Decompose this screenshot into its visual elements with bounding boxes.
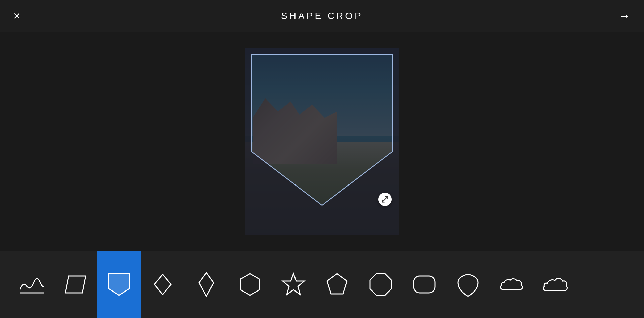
- shape-wave[interactable]: [10, 251, 54, 318]
- svg-line-5: [382, 196, 388, 202]
- svg-rect-3: [245, 48, 399, 235]
- shape-diamond-tall[interactable]: [184, 251, 228, 318]
- shape-hexagon[interactable]: [228, 251, 272, 318]
- svg-marker-14: [370, 274, 391, 295]
- shape-pentagon[interactable]: [315, 251, 359, 318]
- shape-parallelogram[interactable]: [54, 251, 97, 318]
- svg-marker-12: [283, 274, 304, 295]
- shape-toolbar: [0, 251, 644, 318]
- svg-rect-15: [414, 276, 435, 293]
- page-title: SHAPE CROP: [281, 11, 363, 21]
- svg-marker-11: [240, 274, 259, 295]
- shape-diamond-small[interactable]: [141, 251, 184, 318]
- close-button[interactable]: ×: [13, 10, 20, 22]
- shape-rounded-rect[interactable]: [402, 251, 446, 318]
- canvas-area: [0, 32, 644, 251]
- shape-shield[interactable]: [446, 251, 490, 318]
- shape-star[interactable]: [272, 251, 315, 318]
- svg-marker-9: [154, 274, 171, 295]
- image-container[interactable]: [245, 48, 399, 235]
- shape-octagon[interactable]: [359, 251, 402, 318]
- svg-marker-7: [65, 276, 86, 293]
- svg-marker-13: [327, 274, 347, 294]
- resize-handle[interactable]: [378, 193, 392, 206]
- shape-cloud-1[interactable]: [490, 251, 533, 318]
- next-button[interactable]: →: [619, 10, 631, 22]
- shape-cloud-2[interactable]: [533, 251, 577, 318]
- header: × SHAPE CROP →: [0, 0, 644, 32]
- shape-overlay-svg: [245, 48, 399, 235]
- svg-marker-8: [108, 274, 130, 295]
- resize-icon: [381, 196, 389, 203]
- shape-chevron[interactable]: [97, 251, 141, 318]
- svg-marker-10: [199, 273, 214, 296]
